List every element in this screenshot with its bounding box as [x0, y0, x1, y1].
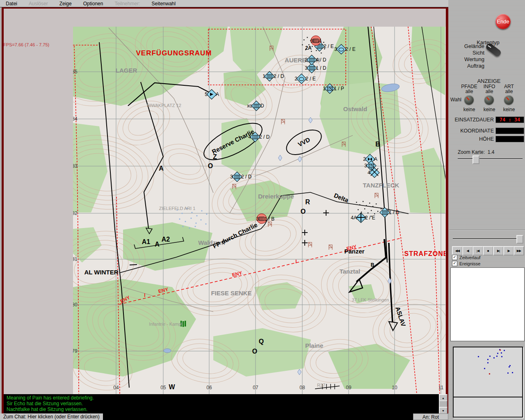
map-unit[interactable]: 5A	[208, 91, 215, 98]
unit-label-left: 3	[310, 38, 313, 43]
map-unit[interactable]: 42 / D	[251, 133, 259, 141]
unit-symbol-diamond	[379, 207, 390, 217]
playback-skip-start-button[interactable]: |◀	[472, 246, 483, 256]
map-unit[interactable]: 1 / D	[381, 209, 388, 216]
unit-glyph-wrap	[313, 39, 319, 43]
unit-symbol-diamond	[369, 167, 379, 178]
unit-label-left: 3	[230, 174, 233, 180]
anzeige-knob-info[interactable]	[484, 95, 494, 105]
kartentyp-option-gelnde[interactable]: Gelände	[444, 43, 484, 49]
grid-row-label: 79	[73, 348, 78, 354]
unit-glyph-wrap	[259, 217, 265, 221]
menu-item-datei[interactable]: Datei	[0, 1, 23, 7]
unit-glyph-wrap	[327, 87, 333, 91]
map-unit[interactable]: 4A2 / E	[357, 214, 365, 221]
unit-glyph-bars	[254, 104, 259, 108]
unit-glyph-wrap	[339, 48, 344, 51]
minimap-unit-dot	[487, 362, 488, 363]
grid-col-label: 10	[392, 385, 397, 390]
map-label-lager: LAGER	[116, 67, 137, 74]
map-unit[interactable]: 32 / D	[233, 173, 241, 180]
map-zoom-value: 1.4	[488, 149, 495, 155]
minimap-unit-dot	[478, 356, 479, 357]
map-unit[interactable]: 32 / E	[338, 46, 345, 53]
fps-counter: FPS=7.66 (7.46 - 7.75)	[3, 42, 49, 47]
map-unit[interactable]: 11 / P	[326, 85, 333, 92]
unit-glyph-bars	[382, 210, 388, 215]
playback-skip-end-button[interactable]: ▶|	[493, 246, 504, 256]
menu-item-seitenwahl[interactable]: Seitenwahl	[146, 1, 181, 7]
unit-label-right: 1 / B	[265, 216, 275, 221]
map-unit[interactable]: 3A	[311, 36, 321, 46]
chat-log[interactable]: Meaning of Pain has entered debriefing.S…	[4, 394, 446, 413]
playback-checkbox-row: ✓Ereignisse	[452, 261, 480, 266]
checkbox-label-ereignisse: Ereignisse	[459, 261, 480, 266]
playback-stop-button[interactable]: ■	[483, 246, 493, 256]
unit-glyph-bars	[309, 66, 315, 70]
checkbox-zeitverlauf[interactable]: ✓	[452, 255, 457, 260]
map-unit[interactable]: 31 / B	[257, 214, 267, 224]
minimap-unit-dot	[501, 352, 502, 354]
kartentyp-option-sicht[interactable]: Sicht	[444, 50, 484, 56]
unit-symbol-diamond	[232, 171, 242, 182]
unit-label-left: 3	[364, 163, 367, 169]
status-bar: Zum Chat: Hier klicken (oder Enter drück…	[0, 413, 448, 420]
tactical-map[interactable]: 858483828180790405060708091011VERFÜGUNGS…	[73, 27, 445, 394]
unit-glyph-bars	[267, 74, 272, 78]
unit-quad-divider	[356, 212, 366, 222]
map-zoom-slider-track[interactable]	[458, 158, 523, 160]
event-list[interactable]	[450, 267, 525, 341]
playback-fast-forward-button[interactable]: ▶▶	[514, 246, 524, 256]
map-unit[interactable]: 4	[371, 169, 378, 176]
map-unit[interactable]: 22 / E	[298, 75, 305, 82]
map-unit[interactable]: 24 / D	[308, 56, 315, 64]
anzeige-knob-pfade[interactable]	[464, 95, 474, 105]
minimap-unit-dot	[489, 356, 491, 357]
map-label-ostwald: Ostwald	[343, 105, 367, 112]
unit-glyph-wrap	[309, 66, 315, 70]
unit-label-right: A	[216, 91, 219, 97]
menu-item-zeige[interactable]: Zeige	[54, 1, 78, 7]
minimap-unit-dot	[484, 368, 485, 369]
unit-glyph-bars	[313, 39, 319, 43]
unit-label-left: 4	[368, 170, 370, 176]
map-unit[interactable]: xoD	[253, 102, 260, 110]
map-label-plaine: Plaine	[305, 342, 323, 349]
chat-scrollbar[interactable]: ▲ ▼	[439, 394, 446, 413]
unit-label-right: A	[374, 156, 377, 162]
unit-label-right: A	[319, 38, 322, 43]
playback-step-back-button[interactable]: ◀	[462, 246, 473, 256]
checkbox-ereignisse[interactable]: ✓	[452, 261, 457, 266]
map-label-r: R	[305, 199, 310, 206]
grid-col-label: 08	[299, 385, 305, 390]
anzeige-knob-art[interactable]	[504, 95, 514, 105]
kartentyp-option-wertung[interactable]: Wertung	[444, 56, 484, 62]
unit-glyph-wrap	[210, 93, 213, 96]
unit-symbol-diamond	[206, 89, 217, 99]
minimap-unit-dot	[501, 356, 502, 357]
kartentyp-option-auftrag[interactable]: Auftrag	[444, 63, 484, 69]
unit-glyph-bars	[259, 217, 265, 221]
playback-play-button[interactable]: ▶	[503, 246, 514, 256]
map-label-a1: A1	[142, 238, 150, 246]
minimap-unit-dot	[507, 372, 509, 374]
map-label-tanztal: Tanztal	[340, 268, 361, 275]
ende-button[interactable]: Ende	[495, 14, 511, 29]
playback-rewind-button[interactable]: ◀◀	[452, 246, 463, 256]
map-unit[interactable]: 12 / D	[266, 73, 273, 80]
timeline-slider-thumb[interactable]	[516, 235, 523, 244]
menu-item-auslser: Auslöser	[23, 1, 54, 7]
map-zoom-slider-thumb[interactable]	[472, 155, 479, 164]
readout-value-koordinate	[495, 128, 524, 134]
map-label-infantrie-kampf: Infantrie - Kampf	[149, 322, 182, 326]
map-unit[interactable]: 31 / D	[308, 64, 315, 72]
chat-target-badge[interactable]: An: Rot	[413, 413, 448, 420]
unit-symbol-diamond	[250, 132, 260, 142]
timeline-slider-track[interactable]	[453, 238, 521, 240]
overview-minimap[interactable]	[453, 347, 523, 418]
anzeige-col-bottom: keine	[495, 107, 523, 112]
chat-prompt[interactable]: Zum Chat: Hier klicken (oder Enter drück…	[0, 413, 103, 420]
map-label-zielefeld-ari-1: ZIELEFELD ARI 1	[159, 206, 196, 211]
unit-label-right: 2 / E	[345, 46, 356, 52]
menu-item-optionen[interactable]: Optionen	[78, 1, 109, 7]
